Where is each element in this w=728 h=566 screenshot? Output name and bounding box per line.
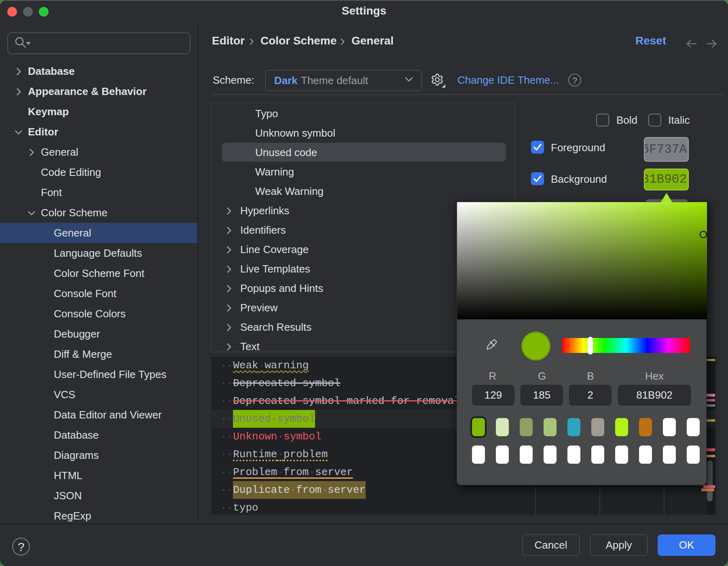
svg-text:?: ?: [572, 76, 577, 86]
svg-text:?: ?: [18, 540, 25, 553]
